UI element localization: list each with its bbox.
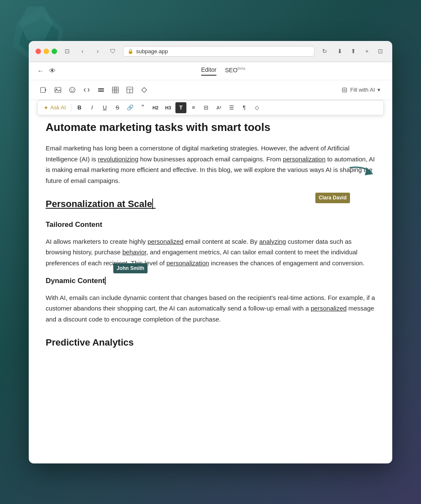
svg-rect-9 [112,87,118,93]
analyzing-text: analyzing [259,238,286,245]
image-icon [55,87,61,93]
svg-point-5 [71,89,72,90]
traffic-lights [36,49,57,54]
ask-ai-button[interactable]: ✦ Ask AI [41,104,68,112]
browser-window: ⊡ ‹ › 🛡 🔒 subpage.app ↻ ⬇ ⬆ + ⊡ ← 👁 Edit… [29,41,392,463]
svg-rect-18 [343,89,346,91]
address-bar[interactable]: 🔒 subpage.app [123,46,314,57]
browser-chrome: ⊡ ‹ › 🛡 🔒 subpage.app ↻ ⬇ ⬆ + ⊡ [29,41,392,62]
underline-button[interactable]: U [99,102,110,113]
preview-button[interactable]: 👁 [49,67,56,75]
clear-format-button[interactable]: ◇ [252,102,262,113]
collaborator-clara-label: Clara David [315,193,350,203]
format-toolbar: ✦ Ask AI B I U S 🔗 " H2 H3 T ≡ ⊟ A² ☰ ¶ … [37,100,384,115]
intro-paragraph: Email marketing has long been a cornerst… [46,143,375,186]
sidebar-toggle[interactable]: ⊡ [62,46,72,56]
insert-widget-button[interactable] [138,84,150,96]
table-icon [112,87,119,93]
personalization-text-1: personalization [283,155,325,163]
fullscreen-button[interactable] [52,49,57,54]
new-tab-button[interactable]: + [362,46,372,56]
list-button[interactable]: ≡ [188,102,199,113]
tab-editor[interactable]: Editor [201,66,217,76]
lock-icon: 🔒 [128,49,134,54]
personalized-text-3: personalized [311,305,347,312]
bold-button[interactable]: B [74,102,85,113]
sub-heading-dynamic: Dynamic Content [46,275,375,287]
fill-with-ai-button[interactable]: Fill with AI ▾ [338,85,384,95]
link-button[interactable]: 🔗 [125,102,136,113]
h3-button[interactable]: H3 [163,102,174,113]
insert-table-button[interactable] [109,84,122,96]
insert-video-button[interactable] [37,84,50,96]
insert-code-button[interactable] [80,84,93,96]
insert-emoji-button[interactable] [66,84,79,96]
video-icon [40,87,47,93]
toolbar-divider-1 [71,104,71,112]
quote-button[interactable]: " [137,102,148,113]
collaborator-john-label: John Smith [113,263,148,273]
browser-actions: ⬇ ⬆ + ⊡ [335,46,385,56]
personalization-section: Personalization at Scale Clara David [46,196,375,212]
tab-seo[interactable]: SEOBeta [225,66,245,76]
close-button[interactable] [36,49,41,54]
back-to-pages-button[interactable]: ← [37,67,44,75]
section-heading-predictive: Predictive Analytics [46,335,375,350]
widget-icon [141,87,148,93]
dynamic-content-section: John Smith Dynamic Content [46,275,375,287]
svg-rect-0 [41,87,45,93]
refresh-button[interactable]: ↻ [320,46,330,56]
article-body[interactable]: Email marketing has long been a cornerst… [46,143,375,351]
svg-rect-2 [55,87,61,93]
svg-point-6 [73,89,74,90]
svg-point-4 [70,87,75,93]
forward-button[interactable]: › [93,46,103,56]
dynamic-content-paragraph: With AI, emails can include dynamic cont… [46,292,375,325]
personalization-text-2: personalization [167,259,209,267]
dropdown-arrow-icon: ▾ [377,87,380,93]
tailored-content-paragraph: AI allows marketers to create highly per… [46,236,375,269]
cursor-indicator-2 [105,277,108,285]
highlight-button[interactable]: T [175,102,186,113]
code-icon [83,87,90,93]
sub-heading-tailored: Tailored Content [46,219,375,231]
back-button[interactable]: ‹ [77,46,87,56]
svg-rect-8 [98,90,104,92]
align-button[interactable]: ⊟ [201,102,212,113]
italic-button[interactable]: I [87,102,98,113]
editor-tabs: Editor SEOBeta [201,66,246,76]
insert-toolbar: Fill with AI ▾ [29,80,392,100]
revolutionizing-text: revolutionizing [98,155,138,163]
h2-button[interactable]: H2 [150,102,161,113]
superscript-button[interactable]: A² [213,102,224,113]
download-button[interactable]: ⬇ [335,46,345,56]
sparkle-icon: ✦ [44,104,49,111]
insert-divider-button[interactable] [95,84,107,96]
cursor-indicator-1 [152,199,156,209]
nav-left: ← 👁 [37,67,56,75]
editor-nav: ← 👁 Editor SEOBeta [29,62,392,80]
personalized-text-1: personalized [148,238,183,245]
share-button[interactable]: ⬆ [348,46,358,56]
minimize-button[interactable] [44,49,49,54]
url-text: subpage.app [136,48,168,54]
ai-chip-icon [342,87,347,93]
divider-icon [98,87,104,93]
insert-image-button[interactable] [52,84,64,96]
layout-icon [126,87,133,93]
article-title: Automate marketing tasks with smart tool… [46,120,375,135]
paragraph-button[interactable]: ¶ [239,102,250,113]
emoji-icon [69,87,76,93]
svg-rect-7 [98,88,104,90]
behavior-text: behavior [122,248,146,256]
shield-icon[interactable]: 🛡 [108,46,118,56]
editor-content: Automate marketing tasks with smart tool… [29,120,392,374]
text-align-button[interactable]: ☰ [226,102,237,113]
insert-layout-button[interactable] [123,84,136,96]
more-button[interactable]: ⊡ [375,46,385,56]
strikethrough-button[interactable]: S [112,102,123,113]
